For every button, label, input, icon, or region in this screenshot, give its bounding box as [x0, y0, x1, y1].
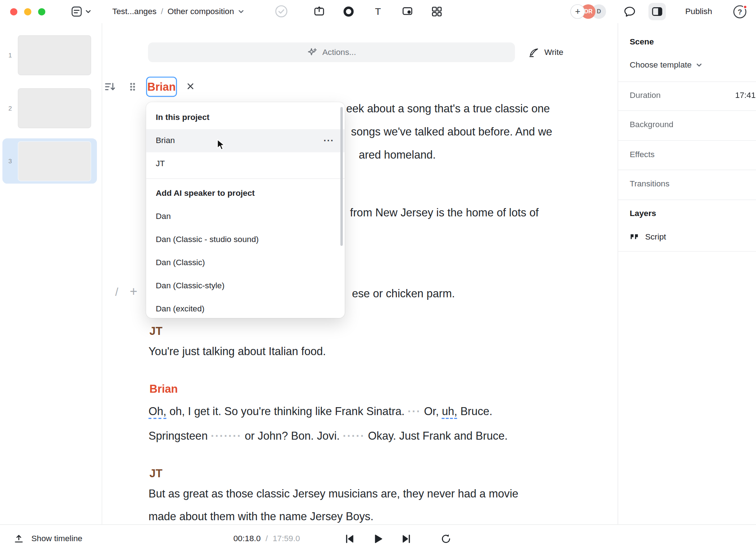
script-line[interactable]: You're just talking about Italian food.	[149, 345, 326, 358]
topbar-right-group: + DR D Publish ?	[571, 0, 747, 23]
effects-row[interactable]: Effects	[630, 150, 654, 160]
scene-panel-title: Scene	[630, 37, 654, 47]
capture-icon[interactable]	[401, 6, 413, 17]
menu-divider	[146, 178, 345, 179]
chevron-down-icon[interactable]	[239, 10, 244, 14]
right-sidebar-toggle[interactable]	[649, 3, 666, 20]
menu-item-dan-classic-style[interactable]: Dan (Classic-style)	[146, 274, 345, 297]
actions-sparkle-icon	[307, 47, 317, 57]
close-window-button[interactable]	[10, 8, 17, 15]
menu-item-dan-excited[interactable]: Dan (excited)	[146, 297, 345, 318]
project-icon	[71, 6, 82, 17]
layout-grid-icon[interactable]	[431, 6, 443, 17]
menu-scrollbar[interactable]	[340, 107, 343, 246]
scenes-sidebar: 1 2 3	[0, 23, 102, 525]
show-timeline-button[interactable]: Show timeline	[13, 525, 82, 552]
invite-collaborator-button[interactable]: +	[571, 4, 585, 19]
menu-item-dan-classic[interactable]: Dan (Classic)	[146, 251, 345, 274]
timeline-reveal-icon	[13, 533, 24, 544]
script-line[interactable]: eek about a song that's a true classic o…	[346, 102, 550, 115]
gutter-add-block-button[interactable]: +	[130, 284, 137, 299]
mouse-cursor	[216, 139, 227, 151]
drag-handle-icon[interactable]	[127, 81, 138, 92]
divider	[618, 140, 756, 141]
publish-button[interactable]: Publish	[685, 7, 712, 17]
speaker-label-brian[interactable]: Brian	[150, 382, 178, 396]
script-line[interactable]: But as great as those classic Jersey mus…	[149, 487, 518, 500]
text-tool-icon[interactable]: T	[372, 6, 384, 17]
script-line[interactable]: Springsteen ······· or John? Bon. Jovi. …	[149, 429, 508, 442]
divider	[618, 170, 756, 170]
speaker-label-jt[interactable]: JT	[150, 466, 163, 480]
more-options-icon[interactable]: ···	[323, 135, 334, 146]
help-button[interactable]: ?	[733, 5, 746, 18]
scene-thumbnail-2[interactable]: 2	[3, 85, 97, 130]
script-line[interactable]: ared homeland.	[359, 148, 436, 161]
divider	[618, 81, 756, 82]
script-line[interactable]: ese or chicken parm.	[352, 287, 455, 300]
scene-thumbnail-3-selected[interactable]: 3	[3, 138, 97, 184]
speaker-chip-selected[interactable]: Brian	[146, 77, 177, 97]
choose-template-dropdown[interactable]: Choose template	[630, 60, 702, 70]
chevron-down-icon	[696, 63, 702, 67]
total-time: 17:59.0	[272, 534, 300, 544]
time-separator: /	[266, 534, 268, 544]
background-row[interactable]: Background	[630, 120, 673, 130]
breadcrumb-composition[interactable]: Other composition	[168, 7, 234, 17]
traffic-lights	[10, 0, 45, 23]
scene-thumbnail-1[interactable]: 1	[3, 32, 97, 77]
transitions-row[interactable]: Transitions	[630, 179, 669, 189]
breadcrumb: Test...anges / Other composition	[112, 0, 244, 23]
speaker-dropdown-menu: In this project Brian ··· JT Add AI spea…	[146, 102, 345, 318]
menu-item-jt[interactable]: JT	[146, 152, 345, 176]
actions-bar[interactable]: Actions...	[148, 42, 515, 62]
script-line[interactable]: made about them with the name Jersey Boy…	[149, 509, 374, 523]
scene-thumbnail-image[interactable]	[18, 35, 91, 75]
skip-back-button[interactable]	[344, 533, 355, 544]
sync-status-icon[interactable]	[275, 5, 288, 18]
record-icon[interactable]	[343, 6, 355, 17]
menu-item-dan-classic-studio[interactable]: Dan (Classic - studio sound)	[146, 228, 345, 251]
zoom-window-button[interactable]	[38, 8, 45, 15]
divider	[618, 199, 756, 200]
actions-placeholder: Actions...	[322, 47, 356, 57]
minimize-window-button[interactable]	[24, 8, 31, 15]
breadcrumb-project[interactable]: Test...anges	[112, 7, 156, 17]
bottom-bar: Show timeline 00:18.0 / 17:59.0	[0, 525, 756, 552]
quill-icon	[528, 47, 539, 57]
menu-section-title: In this project	[146, 106, 345, 129]
layer-item-script[interactable]: Script	[630, 228, 666, 246]
skip-forward-button[interactable]	[401, 533, 412, 544]
scene-thumbnail-image[interactable]	[18, 141, 91, 181]
scene-number: 1	[3, 51, 18, 59]
play-button[interactable]	[372, 533, 384, 544]
scene-thumbnail-image[interactable]	[18, 88, 91, 128]
project-switcher[interactable]	[71, 0, 91, 23]
gutter-slash-command[interactable]: /	[115, 286, 119, 299]
close-icon[interactable]	[186, 82, 195, 91]
breadcrumb-separator: /	[161, 7, 163, 17]
divider	[618, 111, 756, 111]
collapse-speakers-icon[interactable]	[104, 81, 116, 92]
speaker-label-jt[interactable]: JT	[150, 324, 163, 338]
toolbar-icons: T	[313, 0, 443, 23]
menu-item-brian[interactable]: Brian ···	[146, 129, 345, 152]
top-bar: Test...anges / Other composition T	[0, 0, 756, 23]
write-button[interactable]: Write	[524, 42, 568, 62]
write-label: Write	[544, 47, 563, 57]
scene-number: 3	[3, 158, 18, 165]
chevron-down-icon	[85, 10, 91, 14]
loop-playback-button[interactable]	[440, 525, 452, 552]
current-time: 00:18.0	[233, 534, 261, 544]
present-icon[interactable]	[313, 6, 325, 17]
script-line[interactable]: from New Jersey is the home of lots of	[350, 206, 539, 219]
menu-section-title: Add AI speaker to project	[146, 182, 345, 205]
script-line[interactable]: songs we've talked about before. And we	[351, 125, 552, 138]
menu-item-dan[interactable]: Dan	[146, 205, 345, 228]
comments-icon[interactable]	[623, 5, 636, 18]
scene-properties-panel: Scene Choose template Duration 17:41. Ba…	[618, 23, 756, 525]
divider	[618, 251, 756, 251]
script-line[interactable]: Oh, oh, I get it. So you're thinking lik…	[149, 404, 493, 418]
notification-dot	[743, 5, 747, 9]
app-window: Test...anges / Other composition T	[0, 0, 756, 552]
